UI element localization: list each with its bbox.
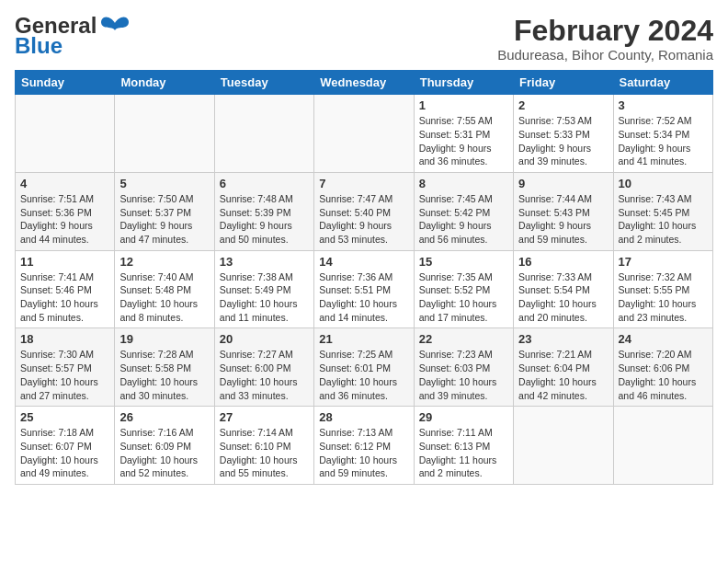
calendar-cell: 23Sunrise: 7:21 AM Sunset: 6:04 PM Dayli… [514,328,613,407]
calendar-cell [214,95,313,173]
day-number: 2 [518,98,608,112]
calendar-header-row: SundayMondayTuesdayWednesdayThursdayFrid… [16,71,713,95]
day-number: 29 [419,410,508,424]
day-number: 1 [419,98,508,112]
calendar-cell: 1Sunrise: 7:55 AM Sunset: 5:31 PM Daylig… [414,95,513,173]
day-info: Sunrise: 7:28 AM Sunset: 5:58 PM Dayligh… [119,348,209,402]
day-info: Sunrise: 7:53 AM Sunset: 5:33 PM Dayligh… [518,114,608,168]
day-number: 8 [419,177,508,190]
day-info: Sunrise: 7:47 AM Sunset: 5:40 PM Dayligh… [319,192,408,247]
header-saturday: Saturday [613,71,712,95]
calendar-cell: 8Sunrise: 7:45 AM Sunset: 5:42 PM Daylig… [414,172,513,250]
day-number: 20 [220,332,309,346]
day-info: Sunrise: 7:30 AM Sunset: 5:57 PM Dayligh… [20,348,109,402]
calendar-week-row: 4Sunrise: 7:51 AM Sunset: 5:36 PM Daylig… [16,172,713,250]
day-info: Sunrise: 7:21 AM Sunset: 6:04 PM Dayligh… [518,348,608,402]
day-info: Sunrise: 7:35 AM Sunset: 5:52 PM Dayligh… [419,270,508,325]
calendar-cell: 6Sunrise: 7:48 AM Sunset: 5:39 PM Daylig… [214,172,313,250]
header-tuesday: Tuesday [214,71,313,95]
calendar-week-row: 18Sunrise: 7:30 AM Sunset: 5:57 PM Dayli… [16,328,713,407]
calendar-cell [314,95,414,173]
day-number: 10 [619,177,708,190]
calendar-cell: 28Sunrise: 7:13 AM Sunset: 6:12 PM Dayli… [314,407,414,485]
calendar-table: SundayMondayTuesdayWednesdayThursdayFrid… [15,70,713,485]
day-info: Sunrise: 7:16 AM Sunset: 6:09 PM Dayligh… [119,426,209,480]
header-monday: Monday [115,71,214,95]
day-info: Sunrise: 7:43 AM Sunset: 5:45 PM Dayligh… [619,192,708,247]
day-info: Sunrise: 7:45 AM Sunset: 5:42 PM Dayligh… [419,192,508,247]
calendar-cell: 13Sunrise: 7:38 AM Sunset: 5:49 PM Dayli… [214,250,313,328]
day-number: 18 [20,332,109,346]
day-info: Sunrise: 7:11 AM Sunset: 6:13 PM Dayligh… [419,426,508,480]
day-number: 7 [319,177,408,190]
calendar-cell: 21Sunrise: 7:25 AM Sunset: 6:01 PM Dayli… [314,328,414,407]
day-number: 28 [319,410,408,424]
day-info: Sunrise: 7:32 AM Sunset: 5:55 PM Dayligh… [619,270,708,325]
calendar-week-row: 25Sunrise: 7:18 AM Sunset: 6:07 PM Dayli… [16,407,713,485]
day-info: Sunrise: 7:18 AM Sunset: 6:07 PM Dayligh… [20,426,109,480]
header-wednesday: Wednesday [314,71,414,95]
page-header: General Blue February 2024 Budureasa, Bi… [15,15,713,63]
location-subtitle: Budureasa, Bihor County, Romania [497,47,713,63]
day-number: 17 [619,255,708,269]
day-info: Sunrise: 7:23 AM Sunset: 6:03 PM Dayligh… [419,348,508,402]
logo-blue: Blue [15,33,63,59]
calendar-cell: 17Sunrise: 7:32 AM Sunset: 5:55 PM Dayli… [613,250,712,328]
calendar-cell [16,95,115,173]
logo-bird-icon [100,16,130,36]
day-info: Sunrise: 7:36 AM Sunset: 5:51 PM Dayligh… [319,270,408,325]
day-info: Sunrise: 7:20 AM Sunset: 6:06 PM Dayligh… [619,348,708,402]
calendar-cell: 9Sunrise: 7:44 AM Sunset: 5:43 PM Daylig… [514,172,613,250]
day-number: 13 [220,255,309,269]
calendar-cell [115,95,214,173]
day-info: Sunrise: 7:52 AM Sunset: 5:34 PM Dayligh… [619,114,708,168]
header-thursday: Thursday [414,71,513,95]
calendar-cell [613,407,712,485]
day-number: 26 [119,410,209,424]
day-info: Sunrise: 7:44 AM Sunset: 5:43 PM Dayligh… [518,192,608,247]
title-block: February 2024 Budureasa, Bihor County, R… [497,15,713,63]
calendar-cell: 18Sunrise: 7:30 AM Sunset: 5:57 PM Dayli… [16,328,115,407]
day-number: 16 [518,255,608,269]
calendar-cell: 19Sunrise: 7:28 AM Sunset: 5:58 PM Dayli… [115,328,214,407]
calendar-cell: 26Sunrise: 7:16 AM Sunset: 6:09 PM Dayli… [115,407,214,485]
day-info: Sunrise: 7:13 AM Sunset: 6:12 PM Dayligh… [319,426,408,480]
calendar-cell: 3Sunrise: 7:52 AM Sunset: 5:34 PM Daylig… [613,95,712,173]
header-sunday: Sunday [16,71,115,95]
calendar-cell: 11Sunrise: 7:41 AM Sunset: 5:46 PM Dayli… [16,250,115,328]
day-number: 21 [319,332,408,346]
day-number: 25 [20,410,109,424]
calendar-cell: 5Sunrise: 7:50 AM Sunset: 5:37 PM Daylig… [115,172,214,250]
day-number: 9 [518,177,608,190]
calendar-cell [514,407,613,485]
logo: General Blue [15,15,130,59]
day-info: Sunrise: 7:38 AM Sunset: 5:49 PM Dayligh… [220,270,309,325]
day-info: Sunrise: 7:40 AM Sunset: 5:48 PM Dayligh… [119,270,209,325]
day-info: Sunrise: 7:55 AM Sunset: 5:31 PM Dayligh… [419,114,508,168]
day-info: Sunrise: 7:41 AM Sunset: 5:46 PM Dayligh… [20,270,109,325]
calendar-cell: 12Sunrise: 7:40 AM Sunset: 5:48 PM Dayli… [115,250,214,328]
calendar-cell: 7Sunrise: 7:47 AM Sunset: 5:40 PM Daylig… [314,172,414,250]
month-year-title: February 2024 [497,15,713,47]
calendar-cell: 14Sunrise: 7:36 AM Sunset: 5:51 PM Dayli… [314,250,414,328]
day-number: 19 [119,332,209,346]
day-number: 24 [619,332,708,346]
day-number: 23 [518,332,608,346]
day-number: 6 [220,177,309,190]
calendar-week-row: 11Sunrise: 7:41 AM Sunset: 5:46 PM Dayli… [16,250,713,328]
day-info: Sunrise: 7:25 AM Sunset: 6:01 PM Dayligh… [319,348,408,402]
day-info: Sunrise: 7:14 AM Sunset: 6:10 PM Dayligh… [220,426,309,480]
day-info: Sunrise: 7:50 AM Sunset: 5:37 PM Dayligh… [119,192,209,247]
day-number: 3 [619,98,708,112]
day-info: Sunrise: 7:33 AM Sunset: 5:54 PM Dayligh… [518,270,608,325]
calendar-week-row: 1Sunrise: 7:55 AM Sunset: 5:31 PM Daylig… [16,95,713,173]
day-info: Sunrise: 7:51 AM Sunset: 5:36 PM Dayligh… [20,192,109,247]
calendar-cell: 24Sunrise: 7:20 AM Sunset: 6:06 PM Dayli… [613,328,712,407]
calendar-cell: 2Sunrise: 7:53 AM Sunset: 5:33 PM Daylig… [514,95,613,173]
day-number: 14 [319,255,408,269]
day-number: 5 [119,177,209,190]
calendar-cell: 22Sunrise: 7:23 AM Sunset: 6:03 PM Dayli… [414,328,513,407]
day-number: 12 [119,255,209,269]
calendar-cell: 10Sunrise: 7:43 AM Sunset: 5:45 PM Dayli… [613,172,712,250]
calendar-cell: 27Sunrise: 7:14 AM Sunset: 6:10 PM Dayli… [214,407,313,485]
